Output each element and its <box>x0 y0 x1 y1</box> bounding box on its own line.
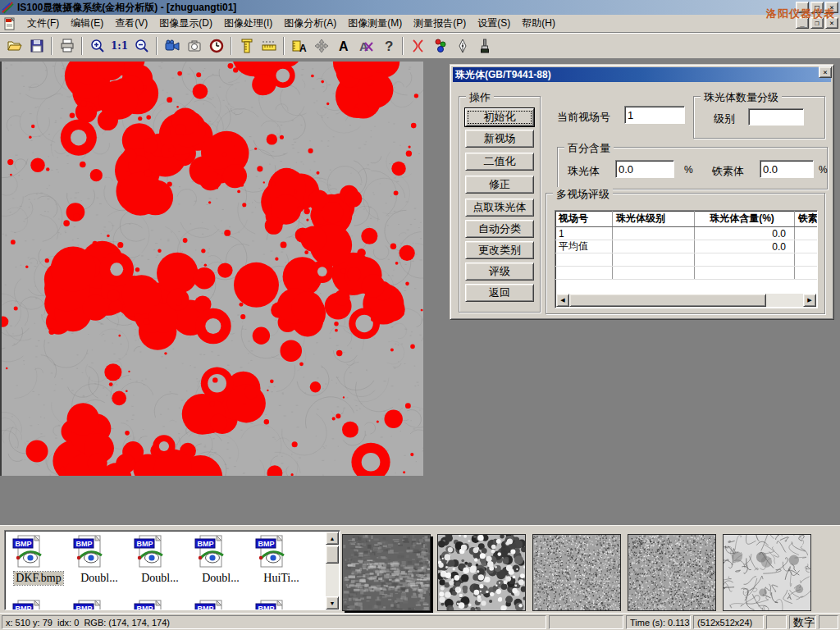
menu-item-view[interactable]: 查看(V) <box>109 15 153 32</box>
preview-thumbnail-4[interactable] <box>628 534 716 611</box>
table-row[interactable]: 1 0.0 <box>555 227 818 240</box>
maximize-button[interactable]: □ <box>810 2 824 13</box>
initialize-button[interactable]: 初始化 <box>465 108 534 126</box>
multiview-group-label: 多视场评级 <box>553 187 613 202</box>
preview-thumbnail-3[interactable] <box>532 534 621 611</box>
pearlite-percent-input[interactable] <box>615 160 674 178</box>
status-empty-1 <box>549 615 623 629</box>
file-list-scrollbar[interactable]: ▲ ▼ <box>326 532 339 609</box>
file-name[interactable]: DKF.bmp <box>14 572 62 585</box>
auto-classify-button[interactable]: 自动分类 <box>465 220 534 238</box>
color-mark-button[interactable] <box>429 35 451 57</box>
file-item[interactable]: BMP HuiTi... <box>253 534 310 585</box>
menu-item-measure-report[interactable]: 测量报告(P) <box>408 15 472 32</box>
correct-button[interactable]: 修正 <box>465 176 534 194</box>
actual-size-icon: 1:1 <box>111 40 128 52</box>
preview-thumbnail-2[interactable] <box>437 534 526 611</box>
ruler-button[interactable] <box>258 35 280 57</box>
open-button[interactable] <box>3 35 25 57</box>
mdi-close-button[interactable]: × <box>825 17 838 29</box>
window-title: IS100显微摄像系统(金相分析版) - [zhuguangti01] <box>17 1 236 15</box>
caliper-button[interactable] <box>235 35 258 57</box>
dialog-title: 珠光体(GB/T9441-88) <box>455 68 551 82</box>
file-name[interactable]: Doubl... <box>79 572 120 585</box>
percent-group: 百分含量 珠光体 % 铁素体 % <box>557 147 828 189</box>
dialog-title-bar[interactable]: 珠光体(GB/T9441-88) <box>453 67 831 82</box>
table-row[interactable]: 平均值 0.0 <box>555 240 818 253</box>
menu-item-file[interactable]: 文件(F) <box>21 15 65 32</box>
new-view-button[interactable]: 新视场 <box>465 130 534 148</box>
menu-item-image-analysis[interactable]: 图像分析(A) <box>278 15 342 32</box>
close-button[interactable]: × <box>825 2 838 13</box>
menu-item-image-measure[interactable]: 图像测量(M) <box>342 15 408 32</box>
camera-capture-button[interactable] <box>183 35 205 57</box>
change-class-button[interactable]: 更改类别 <box>465 241 534 259</box>
move-button[interactable] <box>310 35 332 57</box>
menu-item-edit[interactable]: 编辑(E) <box>65 15 109 32</box>
percent-group-label: 百分含量 <box>564 141 614 156</box>
current-view-input[interactable] <box>624 106 685 124</box>
preview-thumbnail-1[interactable] <box>342 534 431 611</box>
multiview-table[interactable]: 视场号 珠光体级别 珠光体含量(%) 铁素体含量(%) 1 0.0 平均值 <box>555 210 818 308</box>
timer-button[interactable] <box>205 35 227 57</box>
scrollbar-thumb[interactable] <box>326 546 339 564</box>
status-position: x: 510 y: 79 idx: 0 RGB: (174, 174, 174) <box>2 615 546 629</box>
menu-item-settings[interactable]: 设置(S) <box>472 15 516 32</box>
svg-text:BMP: BMP <box>198 605 214 610</box>
preview-thumbnail-5[interactable] <box>723 534 811 611</box>
grade-input[interactable] <box>748 108 804 126</box>
pen-button[interactable] <box>451 35 473 57</box>
brush-button[interactable] <box>473 35 495 57</box>
pick-pearlite-button[interactable]: 点取珠光体 <box>465 199 534 217</box>
help-button[interactable]: ? <box>377 35 399 57</box>
file-list-panel[interactable]: BMP DKF.bmp BMP <box>4 530 340 610</box>
file-item[interactable]: BMP Doubl... <box>71 534 128 585</box>
actual-size-button[interactable]: 1:1 <box>108 35 130 57</box>
ferrite-percent-input[interactable] <box>760 160 814 178</box>
zoom-out-button[interactable] <box>130 35 153 57</box>
table-horizontal-scrollbar[interactable]: ◀ ▶ <box>556 294 816 307</box>
file-item-partial[interactable]: BMP <box>253 599 310 610</box>
file-item-partial[interactable]: BMP <box>10 599 67 610</box>
scroll-down-icon[interactable]: ▼ <box>326 596 339 609</box>
svg-text:BMP: BMP <box>258 540 275 548</box>
file-item[interactable]: BMP Doubl... <box>192 534 249 585</box>
ruler-icon <box>261 38 277 54</box>
mdi-restore-button[interactable]: ❐ <box>810 17 824 29</box>
scroll-right-icon[interactable]: ▶ <box>803 294 816 307</box>
table-row-empty <box>555 253 818 267</box>
rate-button[interactable]: 评级 <box>465 262 534 281</box>
print-button[interactable] <box>56 35 78 57</box>
file-name[interactable]: Doubl... <box>139 572 180 585</box>
scrollbar-thumb[interactable] <box>569 294 766 307</box>
scroll-up-icon[interactable]: ▲ <box>326 532 339 545</box>
menu-item-image-display[interactable]: 图像显示(D) <box>153 15 218 32</box>
text-button[interactable]: A <box>332 35 354 57</box>
file-item[interactable]: BMP DKF.bmp <box>10 534 67 585</box>
file-name[interactable]: Doubl... <box>200 572 241 585</box>
bmp-file-icon: BMP <box>131 599 169 610</box>
binarize-button[interactable]: 二值化 <box>465 153 534 171</box>
video-capture-button[interactable] <box>161 35 183 57</box>
file-item-partial[interactable]: BMP <box>131 599 189 610</box>
menu-item-image-process[interactable]: 图像处理(I) <box>218 15 278 32</box>
menu-item-help[interactable]: 帮助(H) <box>516 15 561 32</box>
scroll-left-icon[interactable]: ◀ <box>556 294 569 307</box>
save-button[interactable] <box>25 35 48 57</box>
file-item-partial[interactable]: BMP <box>71 599 128 610</box>
text-delete-button[interactable]: A <box>354 35 377 57</box>
file-item-partial[interactable]: BMP <box>192 599 249 610</box>
clock-icon <box>208 38 225 54</box>
document-icon[interactable] <box>3 17 16 30</box>
curve-cut-button[interactable] <box>407 35 429 57</box>
micrograph-image[interactable] <box>2 62 423 476</box>
dialog-close-button[interactable]: × <box>819 66 832 78</box>
mdi-minimize-button[interactable]: _ <box>796 17 809 29</box>
file-item[interactable]: BMP Doubl... <box>131 534 189 585</box>
file-name[interactable]: HuiTi... <box>262 572 300 585</box>
measure-label-button[interactable]: A <box>288 35 310 57</box>
minimize-button[interactable]: _ <box>796 2 809 13</box>
return-button[interactable]: 返回 <box>465 284 534 302</box>
zoom-in-button[interactable] <box>86 35 108 57</box>
cell-ferrite-content <box>795 240 818 253</box>
